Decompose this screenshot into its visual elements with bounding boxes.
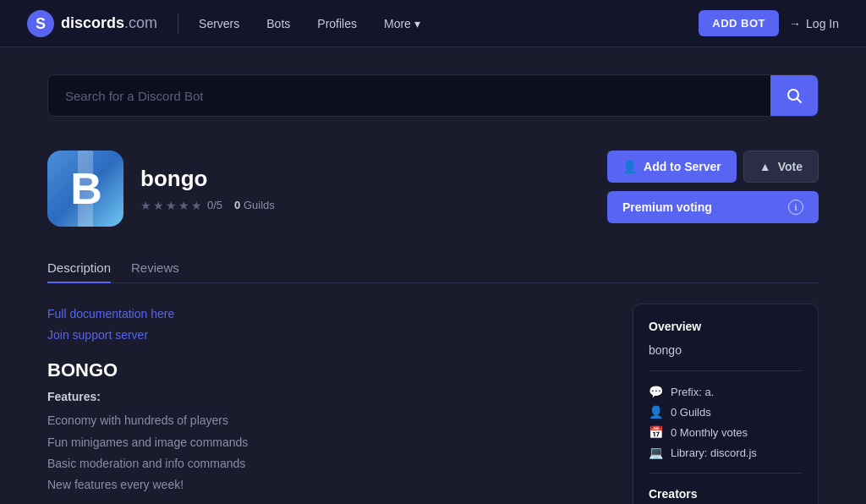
monthly-votes-stat: 📅 0 Monthly votes bbox=[649, 422, 803, 442]
navbar: S discords.com Servers Bots Profiles Mor… bbox=[0, 0, 866, 47]
calendar-icon: 📅 bbox=[649, 425, 662, 439]
site-logo[interactable]: S discords.com bbox=[27, 10, 157, 37]
library-value: Library: discord.js bbox=[671, 446, 757, 459]
bot-details: bongo ★ ★ ★ ★ ★ 0/5 0 Guilds bbox=[140, 166, 275, 212]
guilds-text: 0 Guilds bbox=[234, 199, 275, 211]
bot-avatar: B bbox=[47, 151, 123, 227]
premium-voting-button[interactable]: Premium voting i bbox=[607, 191, 819, 223]
library-stat: 💻 Library: discord.js bbox=[649, 442, 803, 463]
premium-label: Premium voting bbox=[622, 200, 712, 214]
features-list: Economy with hundreds of players Fun min… bbox=[47, 410, 606, 496]
star-2: ★ bbox=[153, 199, 164, 212]
features-title: Features: bbox=[47, 390, 606, 403]
search-bar bbox=[47, 74, 819, 117]
bot-info: B bongo ★ ★ ★ ★ ★ 0/5 0 Guilds bbox=[47, 151, 275, 227]
vote-button[interactable]: ▲ Vote bbox=[743, 151, 819, 183]
sidebar-divider-2 bbox=[649, 473, 803, 474]
person-icon: 👤 bbox=[649, 405, 662, 419]
nav-links: Servers Bots Profiles More ▾ bbox=[199, 17, 699, 30]
add-server-label: Add to Server bbox=[644, 160, 721, 173]
site-name: discords.com bbox=[61, 14, 157, 32]
logo-icon: S bbox=[27, 10, 54, 37]
search-input[interactable] bbox=[48, 77, 770, 115]
tab-reviews[interactable]: Reviews bbox=[131, 254, 179, 283]
bot-rating: ★ ★ ★ ★ ★ 0/5 0 Guilds bbox=[140, 199, 275, 212]
primary-actions-row: 👤 Add to Server ▲ Vote bbox=[607, 151, 819, 183]
chat-icon: 💬 bbox=[649, 385, 662, 398]
star-5: ★ bbox=[191, 199, 202, 212]
guilds-value: 0 Guilds bbox=[671, 406, 711, 419]
search-icon bbox=[786, 87, 803, 104]
code-icon: 💻 bbox=[649, 446, 662, 459]
nav-more[interactable]: More ▾ bbox=[384, 17, 420, 30]
bot-name: bongo bbox=[140, 166, 275, 192]
add-to-server-button[interactable]: 👤 Add to Server bbox=[607, 151, 737, 183]
creators-title: Creators bbox=[649, 487, 803, 501]
overview-card: Overview bongo 💬 Prefix: a. 👤 0 Guilds 📅… bbox=[633, 304, 819, 504]
nav-bots[interactable]: Bots bbox=[266, 17, 290, 30]
bot-header: B bongo ★ ★ ★ ★ ★ 0/5 0 Guilds bbox=[47, 151, 819, 227]
nav-right: ADD BOT → Log In bbox=[699, 10, 839, 36]
upvote-icon: ▲ bbox=[759, 160, 771, 173]
rating-text: 0/5 bbox=[207, 199, 222, 211]
tabs: Description Reviews bbox=[47, 254, 819, 283]
star-1: ★ bbox=[140, 199, 151, 212]
stars: ★ ★ ★ ★ ★ bbox=[140, 199, 202, 212]
support-link[interactable]: Join support server bbox=[47, 325, 606, 346]
nav-profiles[interactable]: Profiles bbox=[317, 17, 357, 30]
sidebar-divider-1 bbox=[649, 370, 803, 371]
vote-label: Vote bbox=[778, 160, 803, 173]
bot-actions: 👤 Add to Server ▲ Vote Premium voting i bbox=[607, 151, 819, 223]
main-content: B bongo ★ ★ ★ ★ ★ 0/5 0 Guilds bbox=[0, 47, 866, 504]
tab-description[interactable]: Description bbox=[47, 254, 111, 283]
prefix-stat: 💬 Prefix: a. bbox=[649, 381, 803, 402]
sidebar: Overview bongo 💬 Prefix: a. 👤 0 Guilds 📅… bbox=[633, 304, 819, 504]
guilds-stat: 👤 0 Guilds bbox=[649, 402, 803, 422]
monthly-votes-value: 0 Monthly votes bbox=[671, 426, 748, 439]
content-area: Full documentation here Join support ser… bbox=[47, 304, 819, 504]
docs-link[interactable]: Full documentation here bbox=[47, 304, 606, 325]
prefix-value: Prefix: a. bbox=[671, 386, 714, 398]
login-icon: → bbox=[789, 17, 801, 30]
login-button[interactable]: → Log In bbox=[789, 17, 839, 30]
feature-1: Economy with hundreds of players bbox=[47, 410, 606, 431]
overview-title: Overview bbox=[649, 320, 803, 333]
add-bot-button[interactable]: ADD BOT bbox=[699, 10, 779, 36]
login-label: Log In bbox=[806, 17, 839, 30]
star-3: ★ bbox=[166, 199, 177, 212]
user-plus-icon: 👤 bbox=[622, 160, 637, 173]
svg-text:S: S bbox=[36, 15, 46, 32]
description-area: Full documentation here Join support ser… bbox=[47, 304, 606, 504]
feature-4: New features every week! bbox=[47, 474, 606, 496]
creators-section: Creators xmilad bbox=[649, 487, 803, 504]
sidebar-bot-name: bongo bbox=[649, 343, 803, 357]
guilds-count: 0 bbox=[234, 199, 240, 211]
feature-2: Fun minigames and image commands bbox=[47, 432, 606, 453]
bot-title: BONGO bbox=[47, 359, 606, 381]
nav-servers[interactable]: Servers bbox=[199, 17, 239, 30]
nav-divider bbox=[178, 14, 178, 34]
premium-info-icon: i bbox=[788, 200, 803, 215]
feature-3: Basic moderation and info commands bbox=[47, 453, 606, 474]
search-button[interactable] bbox=[770, 75, 818, 116]
svg-line-3 bbox=[797, 99, 802, 103]
star-4: ★ bbox=[178, 199, 189, 212]
